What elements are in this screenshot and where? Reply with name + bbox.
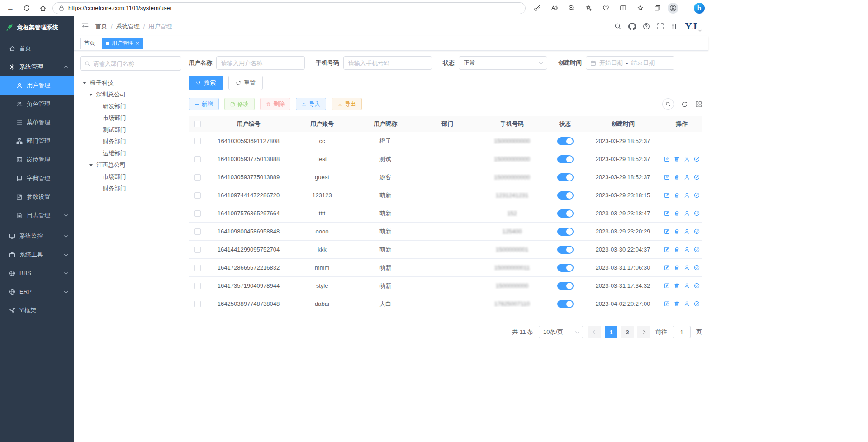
close-icon[interactable]: × <box>136 40 139 46</box>
tree-node[interactable]: 深圳总公司 <box>80 89 181 100</box>
status-toggle[interactable] <box>557 228 574 236</box>
row-reset-password-icon[interactable] <box>684 265 690 271</box>
row-delete-icon[interactable] <box>674 156 680 162</box>
row-delete-icon[interactable] <box>674 192 680 198</box>
caret-down-icon[interactable] <box>89 94 96 96</box>
row-checkbox[interactable] <box>194 228 201 235</box>
refresh-table-button[interactable] <box>681 101 688 108</box>
split-screen-icon[interactable] <box>616 2 630 14</box>
row-delete-icon[interactable] <box>674 210 680 216</box>
breadcrumb-system[interactable]: 系统管理 <box>116 22 140 30</box>
password-key-icon[interactable] <box>530 2 544 14</box>
tree-node[interactable]: 市场部门 <box>80 112 181 124</box>
row-edit-icon[interactable] <box>664 210 670 216</box>
row-reset-password-icon[interactable] <box>684 156 690 162</box>
sidebar-item-monitor[interactable]: 系统监控 <box>0 227 74 245</box>
add-button[interactable]: 新增 <box>189 98 219 110</box>
username-input[interactable] <box>216 56 305 70</box>
status-toggle[interactable] <box>557 246 574 254</box>
sidebar-item-home[interactable]: 首页 <box>0 39 74 57</box>
favorites-icon[interactable] <box>633 2 647 14</box>
date-start-placeholder[interactable]: 开始日期 <box>599 59 623 67</box>
column-settings-button[interactable] <box>695 101 702 108</box>
status-toggle[interactable] <box>557 209 574 218</box>
sidebar-item-menu-mgmt[interactable]: 菜单管理 <box>0 113 74 132</box>
status-toggle[interactable] <box>557 264 574 272</box>
collections-icon[interactable] <box>650 2 664 14</box>
sidebar-item-dept-mgmt[interactable]: 部门管理 <box>0 132 74 150</box>
status-toggle[interactable] <box>557 300 574 308</box>
status-toggle[interactable] <box>557 173 574 181</box>
page-button-1[interactable]: 1 <box>605 326 617 338</box>
row-checkbox[interactable] <box>194 192 201 199</box>
date-end-placeholder[interactable]: 结束日期 <box>631 59 655 67</box>
sidebar-item-post-mgmt[interactable]: 岗位管理 <box>0 150 74 169</box>
row-edit-icon[interactable] <box>664 247 670 252</box>
font-size-icon[interactable] <box>671 23 678 30</box>
caret-down-icon[interactable] <box>83 82 90 84</box>
tree-node[interactable]: 橙子科技 <box>80 77 181 89</box>
row-assign-role-icon[interactable] <box>694 192 700 198</box>
sidebar-item-tools[interactable]: 系统工具 <box>0 245 74 264</box>
select-all-checkbox[interactable] <box>194 121 201 127</box>
row-checkbox[interactable] <box>194 156 201 162</box>
tree-node[interactable]: 财务部门 <box>80 183 181 195</box>
browser-home-button[interactable] <box>36 2 50 14</box>
import-button[interactable]: 导入 <box>296 98 326 110</box>
browser-essentials-icon[interactable] <box>599 2 612 14</box>
row-delete-icon[interactable] <box>674 301 680 307</box>
status-toggle[interactable] <box>557 191 574 200</box>
user-avatar[interactable]: YJ <box>685 21 701 31</box>
row-reset-password-icon[interactable] <box>684 174 690 180</box>
menu-fold-icon[interactable] <box>81 22 89 30</box>
page-size-select[interactable]: 10条/页 <box>539 326 583 338</box>
goto-page-input[interactable] <box>673 326 691 338</box>
row-checkbox[interactable] <box>194 301 201 307</box>
row-assign-role-icon[interactable] <box>694 228 700 234</box>
breadcrumb-home[interactable]: 首页 <box>95 22 107 30</box>
row-delete-icon[interactable] <box>674 247 680 252</box>
tree-node[interactable]: 市场部门 <box>80 171 181 183</box>
row-assign-role-icon[interactable] <box>694 156 700 162</box>
url-text[interactable]: https://ccnetcore.com:1101/system/user <box>68 5 172 11</box>
row-checkbox[interactable] <box>194 265 201 271</box>
tree-node[interactable]: 财务部门 <box>80 136 181 147</box>
sidebar-item-bbs[interactable]: BBS <box>0 264 74 282</box>
tree-node[interactable]: 江西总公司 <box>80 159 181 171</box>
zoom-out-icon[interactable] <box>564 2 578 14</box>
fullscreen-icon[interactable] <box>657 23 664 30</box>
bing-icon[interactable]: b <box>694 3 705 14</box>
next-page-button[interactable] <box>637 326 650 338</box>
sidebar-item-role-mgmt[interactable]: 角色管理 <box>0 95 74 113</box>
phone-input[interactable] <box>343 56 432 70</box>
more-menu-icon[interactable]: … <box>682 4 690 13</box>
status-select[interactable]: 正常 <box>459 56 547 70</box>
row-edit-icon[interactable] <box>664 192 670 198</box>
row-assign-role-icon[interactable] <box>694 283 700 289</box>
row-reset-password-icon[interactable] <box>684 192 690 198</box>
row-edit-icon[interactable] <box>664 265 670 271</box>
app-logo[interactable]: 意框架管理系统 <box>0 16 74 39</box>
back-button[interactable]: ← <box>4 2 17 14</box>
row-checkbox[interactable] <box>194 210 201 217</box>
reset-button[interactable]: 重置 <box>228 76 263 90</box>
row-assign-role-icon[interactable] <box>694 174 700 180</box>
sidebar-item-param-settings[interactable]: 参数设置 <box>0 187 74 206</box>
caret-down-icon[interactable] <box>89 164 96 166</box>
address-bar[interactable]: https://ccnetcore.com:1101/system/user <box>52 2 526 14</box>
row-edit-icon[interactable] <box>664 283 670 289</box>
sidebar-item-system[interactable]: 系统管理 <box>0 57 74 76</box>
row-delete-icon[interactable] <box>674 174 680 180</box>
row-reset-password-icon[interactable] <box>684 228 690 234</box>
row-assign-role-icon[interactable] <box>694 247 700 252</box>
sidebar-item-erp[interactable]: ERP <box>0 282 74 301</box>
edit-button[interactable]: 修改 <box>224 98 255 110</box>
row-assign-role-icon[interactable] <box>694 210 700 216</box>
prev-page-button[interactable] <box>588 326 601 338</box>
dept-search-input[interactable] <box>93 60 177 67</box>
date-range-picker[interactable]: 开始日期 - 结束日期 <box>586 56 674 70</box>
refresh-button[interactable] <box>20 2 33 14</box>
tree-node[interactable]: 研发部门 <box>80 100 181 112</box>
sidebar-item-user-mgmt[interactable]: 用户管理 <box>0 76 74 95</box>
add-favorite-icon[interactable] <box>582 2 595 14</box>
